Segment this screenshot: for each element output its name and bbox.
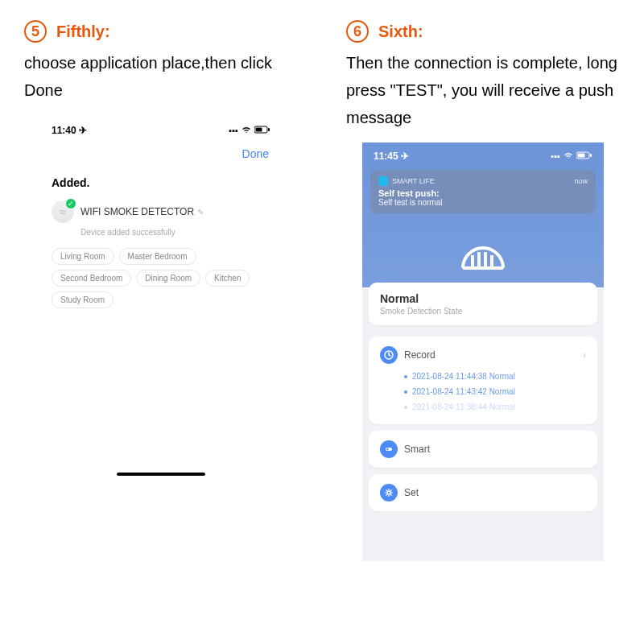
wifi-icon [242,126,251,135]
set-card[interactable]: Set [369,474,597,511]
done-button[interactable]: Done [242,147,269,160]
signal-icon: ▪▪▪ [551,151,560,161]
smart-card[interactable]: Smart [369,431,597,468]
status-card: Normal Smoke Detection State [369,283,597,325]
battery-icon [576,151,592,161]
right-phone: 11:45 ✈ ▪▪▪ SMART LIFE now [362,142,604,561]
step5-desc: choose application place,then click Done [24,49,298,104]
svg-rect-3 [268,128,270,131]
record-item: 2021-08-24 11:44:38 Normal [404,369,586,384]
edit-icon[interactable]: ✎ [197,208,204,217]
status-icons: ▪▪▪ [229,126,270,135]
status-title: Normal [380,292,586,305]
added-heading: Added. [40,163,282,196]
toggle-icon [380,440,398,458]
battery-icon [254,126,270,135]
room-chips: Living Room Master Bedroom Second Bedroo… [40,245,282,312]
step6-column: 6 Sixth: Then the connection is complete… [346,20,620,624]
device-icon: ≈ ✓ [52,200,74,223]
svg-rect-7 [578,154,585,158]
check-icon: ✓ [65,198,76,209]
chip-kitchen[interactable]: Kitchen [205,270,250,287]
notif-app-name: SMART LIFE [392,177,435,185]
step5-title: Fifthly: [56,23,110,41]
clock-icon [380,346,398,364]
svg-rect-14 [386,448,392,451]
step6-desc: Then the connection is complete, long pr… [346,49,620,131]
device-name: WIFI SMOKE DETECTOR ✎ [80,206,204,217]
notif-time: now [574,177,588,185]
home-indicator [117,473,205,476]
device-sub: Device added successfully [40,228,282,245]
left-phone: 11:40 ✈ ▪▪▪ Done Added. ≈ ✓ WIFI SMOKE D… [40,120,282,476]
svg-point-15 [386,448,388,450]
chip-study-room[interactable]: Study Room [52,291,114,308]
set-label: Set [404,487,586,498]
svg-point-16 [387,491,390,494]
chip-master-bedroom[interactable]: Master Bedroom [119,248,196,265]
cards-area: Normal Smoke Detection State Record › 20… [362,287,604,561]
chip-second-bedroom[interactable]: Second Bedroom [52,270,131,287]
push-notification[interactable]: SMART LIFE now Self test push: Self test… [370,170,596,213]
status-icons: ▪▪▪ [551,151,592,161]
device-row: ≈ ✓ WIFI SMOKE DETECTOR ✎ [40,196,282,228]
status-time: 11:45 ✈ [374,151,409,162]
statusbar: 11:40 ✈ ▪▪▪ [40,120,282,139]
status-time: 11:40 ✈ [52,125,87,136]
notif-title: Self test push: [378,188,588,198]
chevron-right-icon: › [583,349,586,361]
statusbar: 11:45 ✈ ▪▪▪ [362,142,604,165]
record-item: 2021-08-24 11:43:42 Normal [404,384,586,399]
status-sub: Smoke Detection State [380,307,586,316]
step5-badge: 5 [24,20,47,43]
chip-living-room[interactable]: Living Room [52,248,114,265]
record-list: 2021-08-24 11:44:38 Normal 2021-08-24 11… [380,364,586,415]
chip-dining-room[interactable]: Dining Room [136,270,200,287]
alarm-icon [362,213,604,286]
step5-column: 5 Fifthly: choose application place,then… [24,20,298,624]
smart-label: Smart [404,444,586,455]
device-header-area: 11:45 ✈ ▪▪▪ SMART LIFE now [362,142,604,297]
svg-rect-6 [590,154,592,157]
signal-icon: ▪▪▪ [229,126,238,135]
svg-rect-4 [256,128,262,132]
record-label: Record [404,349,576,361]
record-card[interactable]: Record › 2021-08-24 11:44:38 Normal 2021… [369,336,597,424]
step6-title: Sixth: [378,23,423,41]
wifi-icon [564,151,573,161]
notif-app-icon [378,176,388,186]
notif-body: Self test is normal [378,198,588,207]
record-item: 2021-08-24 11:38:44 Normal [404,399,586,415]
gear-icon [380,484,398,502]
step6-badge: 6 [346,20,369,43]
